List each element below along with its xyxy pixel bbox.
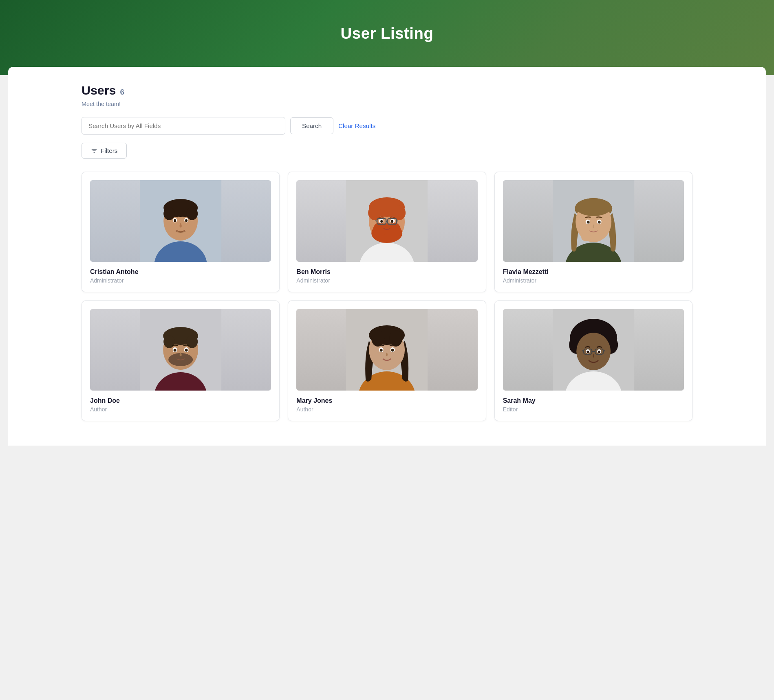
svg-point-81 (587, 351, 589, 353)
user-card-john-doe[interactable]: John Doe Author (82, 300, 280, 421)
svg-point-62 (380, 349, 383, 352)
svg-point-52 (185, 349, 188, 352)
search-row: Search Clear Results (82, 117, 692, 135)
svg-point-5 (163, 207, 175, 220)
svg-point-39 (598, 221, 600, 224)
user-name: Mary Jones (296, 397, 477, 404)
svg-point-20 (388, 223, 401, 237)
svg-point-51 (174, 349, 176, 352)
svg-point-58 (371, 330, 384, 347)
user-card-cristian-antohe[interactable]: Cristian Antohe Administrator (82, 172, 280, 292)
clear-results-button[interactable]: Clear Results (338, 122, 375, 129)
users-heading: Users 6 (82, 83, 692, 97)
user-photo-mary (296, 309, 477, 391)
users-subtitle: Meet the team! (82, 101, 692, 107)
user-role: Author (296, 406, 477, 413)
user-card-ben-morris[interactable]: Ben Morris Administrator (288, 172, 486, 292)
user-name: Sarah May (503, 397, 684, 404)
svg-point-63 (391, 349, 394, 352)
filter-icon (91, 148, 97, 154)
svg-point-6 (186, 207, 198, 220)
user-card-mary-jones[interactable]: Mary Jones Author (288, 300, 486, 421)
user-name: John Doe (90, 397, 271, 404)
users-count: 6 (120, 88, 124, 97)
svg-point-46 (163, 335, 175, 348)
svg-point-19 (373, 223, 386, 237)
user-photo-ben (296, 180, 477, 262)
filters-button[interactable]: Filters (82, 143, 127, 159)
search-input[interactable] (82, 117, 285, 135)
svg-point-47 (186, 335, 198, 348)
user-photo-cristian (90, 180, 271, 262)
svg-point-38 (587, 221, 589, 224)
user-name: Ben Morris (296, 268, 477, 276)
user-role: Editor (503, 406, 684, 413)
search-button[interactable]: Search (290, 117, 333, 134)
svg-point-29 (391, 220, 393, 223)
svg-point-40 (581, 233, 591, 241)
svg-point-35 (576, 198, 611, 216)
user-role: Author (90, 406, 271, 413)
user-role: Administrator (503, 277, 684, 284)
main-content: Users 6 Meet the team! Search Clear Resu… (8, 67, 766, 446)
filters-row: Filters (82, 143, 692, 159)
user-role: Administrator (296, 277, 477, 284)
user-photo-sarah (503, 309, 684, 391)
user-role: Administrator (90, 277, 271, 284)
svg-point-9 (174, 219, 176, 222)
svg-point-28 (380, 220, 383, 223)
user-card-sarah-may[interactable]: Sarah May Editor (494, 300, 692, 421)
user-name: Flavia Mezzetti (503, 268, 684, 276)
user-card-flavia-mezzetti[interactable]: Flavia Mezzetti Administrator (494, 172, 692, 292)
svg-point-10 (185, 219, 187, 222)
svg-point-82 (598, 351, 600, 353)
page-header: User Listing (0, 0, 774, 75)
user-name: Cristian Antohe (90, 268, 271, 276)
users-title: Users (82, 83, 116, 97)
users-grid: Cristian Antohe Administrator (82, 172, 692, 421)
user-photo-john (90, 309, 271, 391)
svg-point-59 (389, 330, 402, 347)
page-title: User Listing (8, 24, 766, 42)
user-photo-flavia (503, 180, 684, 262)
